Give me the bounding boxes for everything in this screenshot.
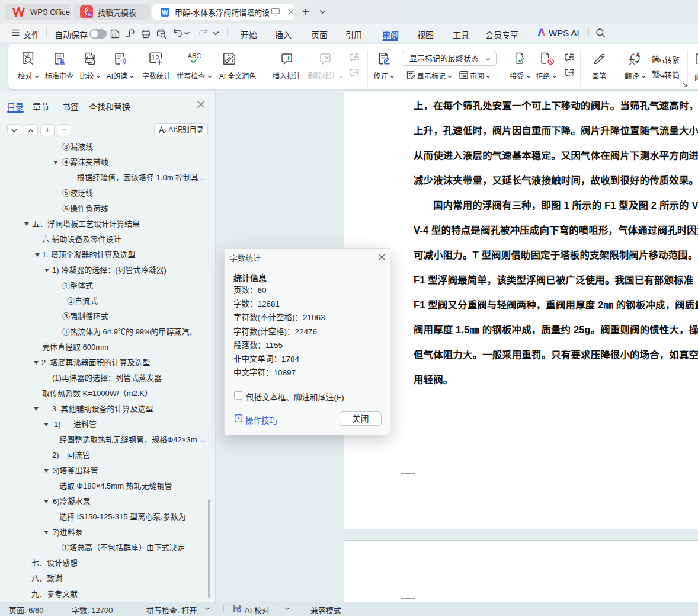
svg-text:W: W (162, 8, 168, 15)
svg-text:A: A (636, 52, 640, 58)
svg-text:ABC: ABC (188, 52, 201, 59)
svg-text:AI: AI (88, 12, 92, 17)
svg-text:文: 文 (629, 58, 635, 65)
svg-text:12: 12 (151, 54, 159, 62)
